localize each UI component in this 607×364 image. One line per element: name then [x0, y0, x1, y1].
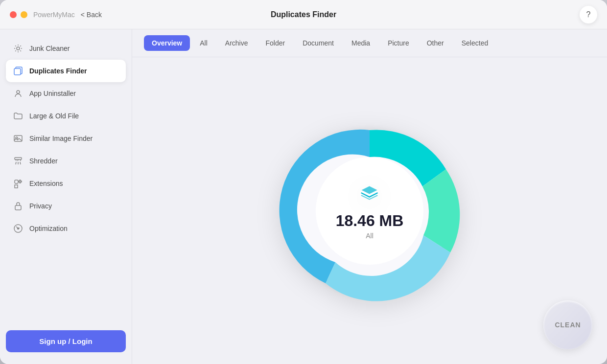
sidebar-item-duplicates-finder[interactable]: Duplicates Finder — [6, 60, 126, 82]
sidebar-label-large-old-file: Large & Old File — [29, 112, 79, 120]
sidebar-label-duplicates-finder: Duplicates Finder — [29, 67, 87, 75]
optimization-icon — [13, 223, 23, 234]
signup-login-button[interactable]: Sign up / Login — [6, 330, 126, 352]
help-button[interactable]: ? — [580, 6, 597, 23]
lock-icon — [13, 201, 23, 211]
svg-rect-1 — [14, 68, 21, 75]
duplicate-icon — [13, 66, 23, 76]
chart-area: 18.46 MB All CLEAN — [132, 57, 607, 364]
close-button[interactable] — [10, 11, 17, 18]
extensions-icon — [13, 178, 23, 189]
sidebar-item-junk-cleaner[interactable]: Junk Cleaner — [6, 37, 126, 60]
svg-point-0 — [17, 47, 20, 50]
image-icon — [13, 133, 23, 144]
traffic-lights — [10, 11, 27, 18]
sidebar-item-extensions[interactable]: Extensions — [6, 172, 126, 195]
chart-value: 18.46 MB — [336, 211, 404, 229]
tab-overview[interactable]: Overview — [144, 35, 190, 51]
donut-chart: 18.46 MB All — [277, 118, 463, 304]
tab-selected[interactable]: Selected — [454, 35, 496, 51]
tab-archive[interactable]: Archive — [217, 35, 256, 51]
clean-button[interactable]: CLEAN — [543, 300, 592, 349]
tab-other[interactable]: Other — [419, 35, 452, 51]
tabs-bar: Overview All Archive Folder Document Med… — [132, 29, 607, 57]
tab-folder[interactable]: Folder — [258, 35, 293, 51]
svg-rect-3 — [14, 136, 22, 141]
minimize-button[interactable] — [21, 11, 27, 18]
tab-all[interactable]: All — [192, 35, 215, 51]
svg-rect-6 — [15, 205, 21, 210]
tab-document[interactable]: Document — [295, 35, 342, 51]
svg-point-8 — [18, 228, 19, 229]
sidebar-item-similar-image[interactable]: Similar Image Finder — [6, 127, 126, 150]
tab-media[interactable]: Media — [344, 35, 378, 51]
svg-rect-5 — [15, 158, 22, 159]
app-name: PowerMyMac — [33, 11, 75, 19]
folder-icon — [13, 111, 23, 121]
shredder-icon — [13, 156, 23, 166]
gear-icon — [13, 43, 23, 54]
sidebar-item-app-uninstaller[interactable]: App Uninstaller — [6, 82, 126, 105]
sidebar-label-similar-image: Similar Image Finder — [29, 135, 93, 142]
tab-picture[interactable]: Picture — [380, 35, 417, 51]
sidebar-label-extensions: Extensions — [29, 180, 63, 187]
sidebar-label-shredder: Shredder — [29, 157, 58, 165]
svg-point-2 — [17, 91, 20, 93]
sidebar-label-optimization: Optimization — [29, 225, 68, 232]
sidebar-label-junk-cleaner: Junk Cleaner — [29, 45, 70, 52]
back-button[interactable]: < Back — [81, 11, 102, 19]
sidebar-label-privacy: Privacy — [29, 202, 52, 210]
sidebar-label-app-uninstaller: App Uninstaller — [29, 90, 76, 97]
sidebar: Junk Cleaner Duplicates Finder — [0, 29, 132, 364]
sidebar-item-privacy[interactable]: Privacy — [6, 195, 126, 217]
content-area: Overview All Archive Folder Document Med… — [132, 29, 607, 364]
app-window: PowerMyMac < Back Duplicates Finder ? Ju… — [0, 0, 607, 364]
sidebar-item-shredder[interactable]: Shredder — [6, 150, 126, 172]
donut-center: 18.46 MB All — [336, 182, 404, 239]
chart-label: All — [366, 231, 374, 239]
window-title: Duplicates Finder — [271, 10, 336, 19]
person-icon — [13, 88, 23, 99]
main-content: Junk Cleaner Duplicates Finder — [0, 29, 607, 364]
layers-icon — [359, 182, 380, 205]
titlebar: PowerMyMac < Back Duplicates Finder ? — [0, 0, 607, 29]
sidebar-item-large-old-file[interactable]: Large & Old File — [6, 105, 126, 127]
sidebar-item-optimization[interactable]: Optimization — [6, 217, 126, 240]
